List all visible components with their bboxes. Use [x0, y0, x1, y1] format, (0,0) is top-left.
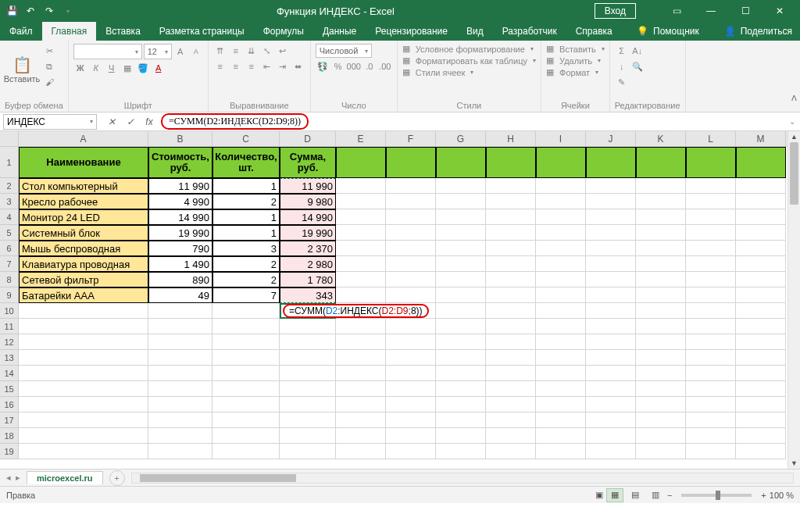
cell[interactable]: Батарейки ААА: [19, 287, 148, 303]
col-header[interactable]: M: [736, 131, 786, 146]
cell[interactable]: [736, 178, 786, 194]
currency-icon[interactable]: 💱: [316, 59, 330, 73]
underline-icon[interactable]: Ч: [105, 61, 119, 75]
cell[interactable]: Кресло рабочее: [19, 194, 148, 209]
cell[interactable]: [736, 194, 786, 209]
scroll-thumb[interactable]: [790, 142, 798, 205]
cell[interactable]: [336, 444, 386, 459]
cell[interactable]: [436, 147, 486, 178]
autosum-icon[interactable]: Σ: [615, 44, 629, 58]
cell[interactable]: [586, 241, 636, 256]
row-header[interactable]: 5: [0, 225, 19, 241]
cell[interactable]: [536, 194, 586, 209]
cell[interactable]: [536, 334, 586, 350]
merge-icon[interactable]: ⬌: [291, 59, 305, 73]
cell[interactable]: 14 990: [280, 209, 336, 225]
cell[interactable]: [736, 381, 786, 397]
cell[interactable]: [586, 272, 636, 287]
cell[interactable]: [686, 397, 736, 412]
align-middle-icon[interactable]: ≡: [229, 44, 243, 58]
expand-formula-icon[interactable]: ⌄: [789, 117, 795, 126]
cell[interactable]: [636, 412, 686, 428]
cell[interactable]: [19, 444, 148, 459]
cell[interactable]: [536, 397, 586, 412]
cell[interactable]: [636, 428, 686, 444]
col-header[interactable]: A: [19, 131, 148, 146]
zoom-level[interactable]: 100 %: [770, 491, 794, 500]
cell[interactable]: [436, 366, 486, 381]
select-all-corner[interactable]: [0, 131, 19, 146]
cell[interactable]: [336, 209, 386, 225]
tab-home[interactable]: Главная: [42, 22, 97, 41]
cell[interactable]: [386, 178, 436, 194]
col-header[interactable]: H: [486, 131, 536, 146]
align-center-icon[interactable]: ≡: [229, 59, 243, 73]
cell[interactable]: [212, 319, 280, 334]
zoom-in-icon[interactable]: +: [761, 491, 766, 500]
cell[interactable]: [736, 303, 786, 319]
cell[interactable]: 2 980: [280, 256, 336, 272]
cell[interactable]: [486, 241, 536, 256]
cell[interactable]: [336, 147, 386, 178]
cell[interactable]: [336, 319, 386, 334]
cell[interactable]: [336, 334, 386, 350]
row-header[interactable]: 4: [0, 209, 19, 225]
cell[interactable]: [736, 334, 786, 350]
cell[interactable]: [148, 444, 212, 459]
number-format-combo[interactable]: Числовой▾: [316, 44, 372, 58]
cell[interactable]: [436, 444, 486, 459]
prev-sheet-icon[interactable]: ◂: [6, 473, 11, 483]
cell[interactable]: [436, 319, 486, 334]
cell[interactable]: [536, 350, 586, 366]
cell[interactable]: 790: [148, 241, 212, 256]
cell[interactable]: [586, 303, 636, 319]
cell[interactable]: [148, 412, 212, 428]
cell[interactable]: [386, 241, 436, 256]
align-right-icon[interactable]: ≡: [245, 59, 259, 73]
font-color-icon[interactable]: А: [152, 61, 166, 75]
cell[interactable]: [636, 209, 686, 225]
cell[interactable]: [19, 303, 148, 319]
cell[interactable]: Монитор 24 LED: [19, 209, 148, 225]
cell[interactable]: 1 490: [148, 256, 212, 272]
cell[interactable]: 1: [212, 209, 280, 225]
cell[interactable]: [436, 397, 486, 412]
cell[interactable]: [736, 397, 786, 412]
tab-layout[interactable]: Разметка страницы: [150, 22, 254, 41]
cell[interactable]: [736, 147, 786, 178]
cell[interactable]: [436, 241, 486, 256]
decrease-decimal-icon[interactable]: .00: [378, 59, 392, 73]
cell[interactable]: 890: [148, 272, 212, 287]
cell[interactable]: [280, 350, 336, 366]
cell[interactable]: [148, 397, 212, 412]
fill-icon[interactable]: ↓: [615, 59, 629, 73]
cell[interactable]: [336, 397, 386, 412]
col-header[interactable]: F: [386, 131, 436, 146]
cell[interactable]: [280, 381, 336, 397]
cell[interactable]: [212, 381, 280, 397]
cell[interactable]: [386, 412, 436, 428]
cell[interactable]: [486, 397, 536, 412]
cell[interactable]: [336, 178, 386, 194]
cell[interactable]: [486, 350, 536, 366]
cell[interactable]: [536, 381, 586, 397]
cell[interactable]: [636, 194, 686, 209]
inline-formula[interactable]: =СУММ(D2:ИНДЕКС(D2:D9;8)): [283, 304, 429, 318]
cell[interactable]: [536, 147, 586, 178]
paste-button[interactable]: 📋 Вставить: [5, 44, 39, 95]
cell[interactable]: [212, 397, 280, 412]
cell[interactable]: [636, 241, 686, 256]
cell[interactable]: [386, 334, 436, 350]
cell[interactable]: [212, 366, 280, 381]
qat-customize-icon[interactable]: ▾: [59, 2, 77, 20]
cell-header[interactable]: Сумма, руб.: [280, 147, 336, 178]
undo-icon[interactable]: ↶: [22, 2, 39, 20]
cell[interactable]: 1 780: [280, 272, 336, 287]
cell[interactable]: [436, 194, 486, 209]
cell[interactable]: [436, 209, 486, 225]
cell[interactable]: [386, 194, 436, 209]
cell[interactable]: [436, 381, 486, 397]
cell[interactable]: [736, 272, 786, 287]
cell[interactable]: [586, 381, 636, 397]
cell[interactable]: [586, 444, 636, 459]
